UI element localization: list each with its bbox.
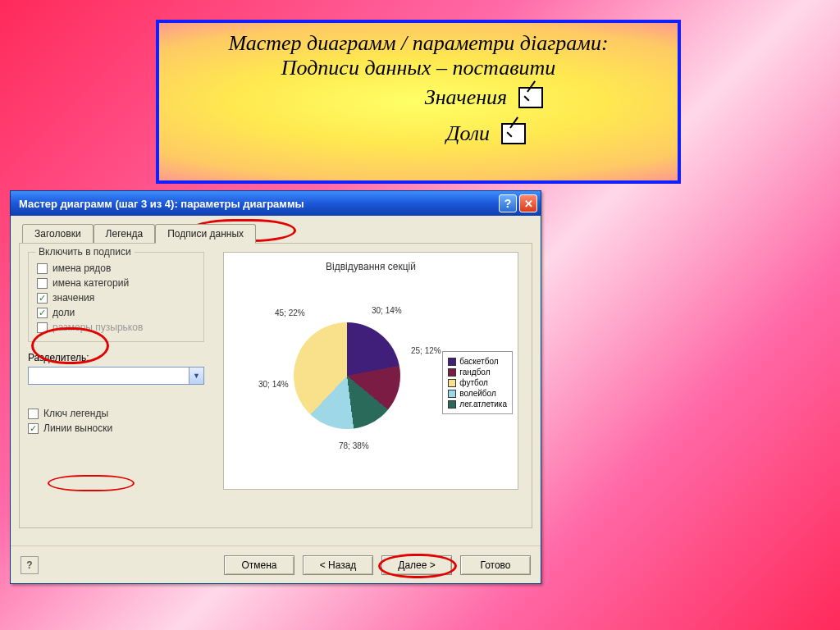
instruction-card: Мастер диаграмм / параметри діаграми: По… — [156, 20, 681, 184]
label-legend-key: Ключ легенды — [43, 408, 108, 419]
legend-item: баскетбол — [459, 357, 498, 366]
pie-slices — [294, 322, 400, 429]
checkbox-legend-key[interactable] — [28, 409, 39, 419]
chart-wizard-dialog: Мастер диаграмм (шаг 3 из 4): параметры … — [10, 190, 541, 584]
data-label: 45; 22% — [275, 308, 305, 317]
titlebar-close-button[interactable]: ✕ — [519, 194, 537, 212]
titlebar-help-button[interactable]: ? — [499, 194, 517, 212]
tab-data-labels[interactable]: Подписи данных — [155, 224, 256, 244]
data-label: 78; 38% — [339, 441, 369, 450]
legend-item: лег.атлетика — [459, 399, 507, 409]
label-series-names: имена рядов — [52, 262, 111, 274]
legend-swatch — [448, 400, 456, 409]
finish-button[interactable]: Готово — [460, 555, 531, 575]
label-bubble-sizes: размеры пузырьков — [52, 322, 143, 333]
tab-legend[interactable]: Легенда — [94, 224, 156, 243]
label-leader-lines: Линии выноски — [43, 422, 112, 434]
tab-headers[interactable]: Заголовки — [22, 224, 94, 243]
checkmark-icon — [518, 87, 543, 108]
titlebar[interactable]: Мастер диаграмм (шаг 3 из 4): параметры … — [11, 191, 541, 216]
checkbox-values[interactable] — [37, 293, 48, 304]
legend-swatch — [448, 379, 456, 387]
include-in-labels-group: Включить в подписи имена рядов имена кат… — [28, 252, 204, 342]
legend-swatch — [448, 390, 456, 398]
data-label: 25; 12% — [411, 346, 441, 355]
dialog-title: Мастер диаграмм (шаг 3 из 4): параметры … — [19, 198, 496, 210]
separator-select[interactable]: ▼ — [28, 367, 204, 385]
cancel-button[interactable]: Отмена — [224, 555, 294, 575]
legend-item: волейбол — [459, 389, 495, 398]
highlight-oval-icon — [48, 475, 135, 491]
legend-swatch — [448, 368, 456, 377]
chart-title: Відвідування секцій — [224, 261, 518, 272]
checkmark-icon — [501, 123, 526, 144]
label-values: значения — [52, 292, 94, 304]
instruction-percents-label: Доли — [446, 121, 490, 146]
pie-chart: 45; 22% 30; 14% 25; 12% 30; 14% 78; 38% — [281, 310, 413, 441]
instruction-line2: Подписи данных – поставити — [281, 56, 555, 80]
label-category-names: имена категорий — [52, 277, 129, 289]
checkbox-bubble-sizes — [37, 322, 48, 333]
label-percents: доли — [52, 307, 75, 318]
checkbox-percents[interactable] — [37, 308, 48, 318]
legend-swatch — [448, 358, 456, 366]
tabs-row: Заголовки Легенда Подписи данных — [11, 216, 541, 243]
data-label: 30; 14% — [372, 306, 402, 315]
legend-item: гандбол — [459, 368, 490, 377]
chart-legend: баскетбол гандбол футбол волейбол лег.ат… — [442, 351, 513, 414]
group-legend: Включить в подписи — [35, 246, 135, 258]
legend-item: футбол — [459, 378, 488, 387]
help-button[interactable]: ? — [21, 556, 39, 574]
instruction-row-values: Значения — [425, 85, 543, 110]
checkbox-series-names[interactable] — [37, 263, 48, 274]
data-label: 30; 14% — [258, 380, 289, 389]
back-button[interactable]: < Назад — [303, 555, 373, 575]
button-bar: ? Отмена < Назад Далее > Готово — [11, 546, 541, 583]
tab-panel: Включить в подписи имена рядов имена кат… — [19, 243, 532, 528]
next-button[interactable]: Далее > — [381, 555, 452, 575]
instruction-line1: Мастер диаграмм / параметри діаграми: — [228, 31, 608, 56]
chevron-down-icon: ▼ — [189, 368, 203, 384]
instruction-row-percents: Доли — [446, 121, 526, 146]
checkbox-category-names[interactable] — [37, 278, 48, 289]
instruction-values-label: Значения — [425, 85, 507, 110]
chart-preview: Відвідування секцій 45; 22% 30; 14% 25; … — [223, 252, 518, 490]
checkbox-leader-lines[interactable] — [28, 423, 39, 434]
